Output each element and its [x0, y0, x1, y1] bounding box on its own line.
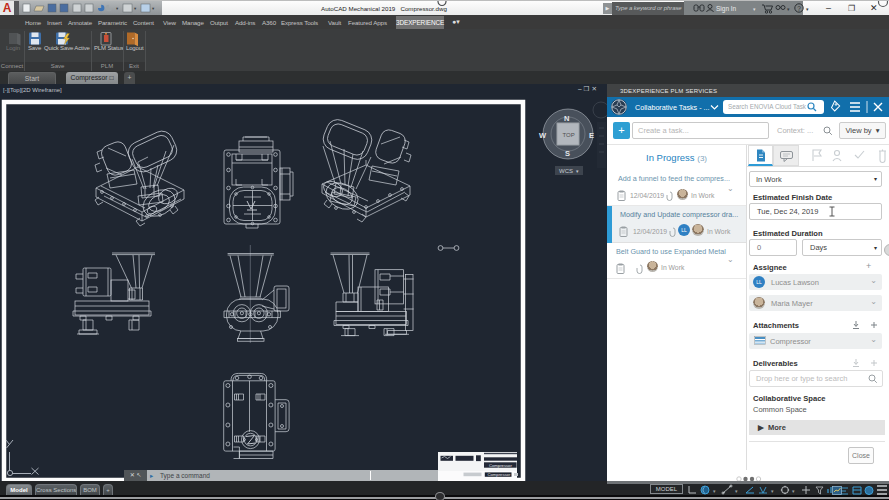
svg-text:N: N	[564, 114, 569, 123]
svg-text:▾: ▾	[753, 6, 756, 12]
svg-text:Compressor: Compressor	[488, 472, 511, 477]
svg-text:S: S	[565, 149, 570, 158]
svg-text:Sign In: Sign In	[716, 5, 737, 13]
svg-text:▾: ▾	[787, 6, 790, 12]
svg-text:▾: ▾	[806, 6, 809, 12]
svg-text:▾: ▾	[152, 6, 155, 11]
svg-text:E: E	[589, 131, 594, 140]
svg-text:WCS: WCS	[559, 168, 573, 174]
svg-text:Compressor: Compressor	[489, 463, 512, 468]
svg-text:▾: ▾	[134, 6, 137, 11]
svg-text:▾: ▾	[792, 488, 795, 494]
svg-text:Collaborative Tasks - ...: Collaborative Tasks - ...	[635, 103, 710, 112]
svg-text:Search ENOVIA Cloud Task: Search ENOVIA Cloud Task	[728, 103, 807, 110]
svg-text:?: ?	[797, 5, 801, 12]
svg-text:▾: ▾	[735, 488, 738, 494]
svg-text:W: W	[539, 131, 547, 140]
svg-text:▾: ▾	[713, 488, 716, 494]
svg-text:TOP: TOP	[563, 132, 575, 138]
svg-text:▾: ▾	[771, 488, 774, 494]
svg-text:▾: ▾	[116, 6, 119, 11]
